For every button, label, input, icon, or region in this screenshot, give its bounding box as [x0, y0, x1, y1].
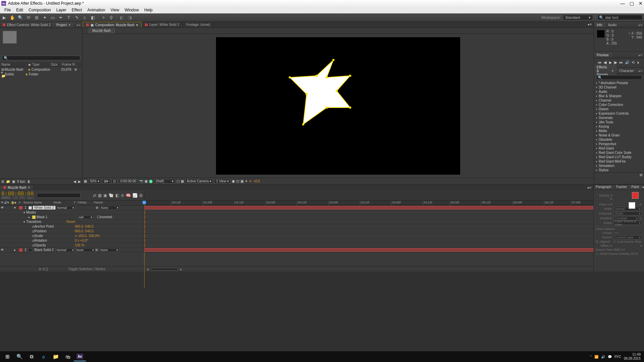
language-indicator[interactable]: РУС [614, 355, 621, 359]
timeline-ruler[interactable]: 00:12f 01:00f 01:12f 02:00f 02:12f 03:00… [144, 201, 593, 205]
layer-name[interactable]: White Solid 2 [33, 206, 55, 209]
eraser-tool-icon[interactable]: ◧ [90, 14, 96, 20]
hand-tool-icon[interactable]: ✋ [9, 14, 15, 20]
pen-tool-icon[interactable]: ✒ [58, 14, 64, 20]
property-position[interactable]: ⏱Position960,0, 540,0 [0, 229, 144, 234]
effects-category[interactable]: ▸Perspective [594, 142, 644, 146]
clone-preset-icon[interactable]: ▫▫▫▫▫ [614, 231, 619, 235]
viewer-icon[interactable]: ▦ [84, 179, 87, 183]
zoom-in-icon[interactable]: ▲ [179, 267, 182, 271]
menu-layer[interactable]: Layer [54, 7, 69, 13]
parent-dropdown[interactable]: None▾ [100, 206, 120, 210]
effects-search-input[interactable]: 🔍 [596, 75, 642, 80]
timeline-layer-row[interactable]: 👁 ▸ 2 Black Solid 2 Normal▾ None▾ ⊚ None… [0, 248, 593, 252]
effects-category[interactable]: ▸Distort [594, 107, 644, 111]
graph-editor-icon[interactable]: 📈 [132, 193, 138, 198]
play-icon[interactable]: ▶ [609, 60, 612, 65]
mask-mode-dropdown[interactable]: Add▾ [77, 215, 94, 219]
project-item-folder[interactable]: ▸ 📁 Solids ■ Folder [0, 72, 82, 76]
effects-category[interactable]: ▸Channel [594, 98, 644, 103]
timeline-tool-icon[interactable]: ▣ [103, 193, 107, 198]
swap-colors-icon[interactable]: ↺ [639, 203, 642, 206]
new-comp-icon[interactable]: ▣ [12, 180, 15, 183]
type-tool-icon[interactable]: T [66, 14, 72, 20]
timeline-search-input[interactable] [37, 193, 80, 198]
maximize-button[interactable]: ▢ [630, 1, 634, 6]
network-icon[interactable]: 📶 [594, 355, 598, 359]
effects-category[interactable]: ▸3D Channel [594, 85, 644, 89]
tab-effect-controls[interactable]: Effect Controls: White Solid 2 [0, 22, 54, 27]
paint-erase-dropdown[interactable]: Layer Source & Paint▾ [614, 221, 642, 225]
after-effects-taskbar-icon[interactable]: Ae [74, 352, 86, 361]
notifications-icon[interactable]: 💬 [608, 355, 612, 359]
new-folder-icon[interactable]: 📁 [6, 180, 10, 183]
menu-composition[interactable]: Composition [26, 7, 53, 13]
effects-category[interactable]: ▸Noise & Grain [594, 133, 644, 137]
edge-icon[interactable]: e [38, 352, 50, 361]
property-anchor[interactable]: ⏱Anchor Point960,0, 540,0 [0, 224, 144, 229]
selection-tool-icon[interactable]: ▶ [1, 14, 7, 20]
effects-category[interactable]: ▸JAe Tools [594, 120, 644, 124]
resolution-dropdown[interactable]: (Half)▾ [154, 179, 175, 184]
timeline-tool-icon[interactable]: ◧ [115, 193, 119, 198]
transparency-grid-icon[interactable]: ▦ [181, 179, 184, 183]
viewer-icon[interactable]: ◳ [236, 179, 239, 183]
effects-category[interactable]: ▸Expression Controls [594, 111, 644, 116]
tab-character[interactable]: Character [616, 68, 637, 73]
zoom-out-icon[interactable]: ▲ [146, 267, 150, 271]
toggle-switches-button[interactable]: Toggle Switches / Modes [68, 267, 105, 271]
menu-effect[interactable]: Effect [69, 7, 84, 13]
search-icon[interactable]: 🔍 [13, 352, 25, 361]
tab-audio[interactable]: Audio [605, 22, 620, 27]
menu-help[interactable]: Help [142, 7, 155, 13]
breadcrumb-item[interactable]: Muzzle flash [89, 28, 115, 33]
timeline-tool-icon[interactable]: ▦ [98, 193, 102, 198]
first-frame-icon[interactable]: ⏮ [598, 60, 601, 64]
aligned-checkbox[interactable]: ☑ [596, 240, 598, 243]
tab-project[interactable]: Project× [54, 22, 73, 27]
viewer-icon[interactable]: ✦ [245, 179, 248, 183]
timeline-footer-icon[interactable]: ⊕ ⊟ {} [39, 267, 48, 271]
panel-menu-icon[interactable]: ▸≡ [641, 185, 644, 190]
property-rotation[interactable]: ⏱Rotation0 x +0,0° [0, 238, 144, 243]
menu-view[interactable]: View [108, 7, 122, 13]
current-time-display[interactable]: 0:00:00:00 [119, 179, 138, 184]
tab-info[interactable]: Info [594, 22, 605, 27]
paint-mode-dropdown[interactable]: Normal▾ [614, 207, 642, 211]
tab-tracker[interactable]: Tracker [614, 185, 630, 190]
explorer-icon[interactable]: 📁 [50, 352, 62, 361]
show-snapshot-icon[interactable]: ▣ [145, 179, 148, 183]
timeline-tab[interactable]: Muzzle flash× [0, 185, 34, 190]
mute-icon[interactable]: 🔊 [625, 60, 630, 65]
minimize-button[interactable]: — [620, 1, 625, 6]
timeline-layer-row[interactable]: 👁 ▾ 1 White Solid 2 Normal▾ ⊚ None▾ [0, 205, 593, 210]
workspace-dropdown[interactable]: Standard▾ [563, 15, 593, 20]
layer-transform-group[interactable]: ▾TransformReset [0, 220, 144, 224]
interpret-footage-icon[interactable]: ⊞ [1, 180, 4, 183]
tab-paragraph[interactable]: Paragraph [594, 185, 614, 190]
viewer-icon[interactable]: ⊡ [111, 179, 117, 184]
new-bin-icon[interactable]: ▣ [594, 172, 644, 177]
exposure-value[interactable]: +0,0 [253, 179, 260, 183]
motion-blur-icon[interactable]: ⊘ [121, 193, 124, 198]
prev-frame-icon[interactable]: ◀| [603, 60, 607, 65]
zoom-tool-icon[interactable]: 🔍 [17, 14, 23, 20]
effects-category[interactable]: ▸* Animation Presets [594, 81, 644, 85]
effects-category[interactable]: ▸Matte [594, 129, 644, 133]
layer-name[interactable]: Black Solid 2 [33, 248, 55, 252]
panel-menu-icon[interactable]: ▸≡ [75, 22, 82, 27]
menu-window[interactable]: Window [122, 7, 141, 13]
clone-source-dropdown[interactable]: Current Layer▾ [614, 235, 642, 239]
tray-chevron-icon[interactable]: ˄ [590, 355, 592, 359]
effects-category[interactable]: ▸Red Giant LUT Buddy [594, 155, 644, 159]
property-opacity[interactable]: ⏱Opacity100 % [0, 243, 144, 248]
panel-menu-icon[interactable]: ▸≡ [637, 53, 644, 58]
effects-category[interactable]: ▸Blur & Sharpen [594, 94, 644, 98]
panel-menu-icon[interactable]: ▸≡ [586, 185, 593, 190]
puppet-tool-icon[interactable]: ⚲ [108, 14, 114, 20]
tab-preview[interactable]: Preview [594, 53, 612, 58]
menu-file[interactable]: File [2, 7, 13, 13]
trackmatte-dropdown[interactable]: None▾ [75, 248, 95, 252]
view-layout-dropdown[interactable]: 1 View▾ [214, 179, 230, 184]
system-clock[interactable]: 11:4906.08.2015 [624, 353, 641, 361]
